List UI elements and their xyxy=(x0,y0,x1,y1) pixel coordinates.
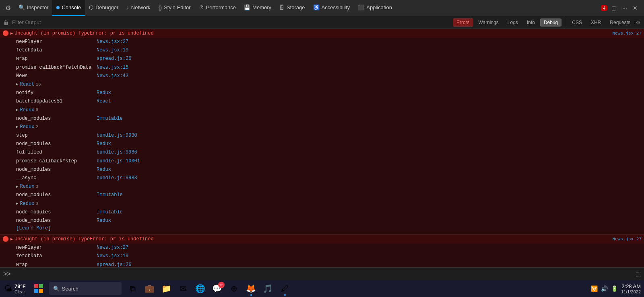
filter-requests-button[interactable]: Requests xyxy=(606,18,634,27)
stack-location[interactable]: bundle.js:9983 xyxy=(97,174,137,182)
stack-collapsed-17[interactable]: ▶Redux3 xyxy=(0,182,644,191)
task-view-icon[interactable]: ⧉ xyxy=(125,280,141,297)
stack-location[interactable]: News.jsx:27 xyxy=(97,244,128,252)
battery-tray-icon[interactable]: 🔋 xyxy=(611,285,618,292)
error-location[interactable]: News.jsx:27 xyxy=(612,31,642,36)
taskbar-search[interactable]: 🔍 Search xyxy=(49,282,122,295)
tab-accessibility[interactable]: ♿ Accessibility xyxy=(309,0,354,16)
stack-collapsed-10[interactable]: ▶Redux2 xyxy=(0,123,644,131)
responsive-design-icon[interactable]: ⬚ xyxy=(610,4,618,12)
taskbar-clock[interactable]: 2:28 AM 11/1/2022 xyxy=(621,283,641,294)
tab-inspector[interactable]: 🔍 Inspector xyxy=(14,0,52,16)
stack-row-21[interactable]: node_modulesRedux xyxy=(0,217,644,225)
stack-location[interactable]: Redux xyxy=(97,89,111,97)
stack-row-9[interactable]: node_modulesImmutable xyxy=(0,115,644,123)
error-count-badge[interactable]: 4 xyxy=(601,5,607,11)
devtools-options-icon[interactable]: ⚙ xyxy=(2,2,14,14)
stack-collapsed-19[interactable]: ▶Redux3 xyxy=(0,200,644,208)
stack-location[interactable]: News.jsx:15 xyxy=(97,64,128,72)
error-icon: 🔴 xyxy=(2,236,9,242)
spotify-icon[interactable]: 🎵 xyxy=(260,280,276,297)
close-devtools-icon[interactable]: ✕ xyxy=(631,4,639,12)
stack-row-15[interactable]: node_modulesRedux xyxy=(0,166,644,174)
filter-logs-button[interactable]: Logs xyxy=(504,18,522,27)
stack-location[interactable]: Immutable xyxy=(97,209,123,216)
tab-style-editor[interactable]: {} Style Editor xyxy=(154,0,194,16)
stack-row-4[interactable]: NewsNews.jsx:43 xyxy=(0,72,644,80)
error-icon: 🔴 xyxy=(2,30,9,37)
start-button[interactable] xyxy=(30,284,47,293)
stack-row-18[interactable]: node_modulesImmutable xyxy=(0,191,644,199)
taskbar-app-firefox: 🦊 xyxy=(243,280,259,297)
stack-location[interactable]: Redux xyxy=(97,140,111,148)
stack-location[interactable]: News.jsx:19 xyxy=(97,252,128,260)
console-input[interactable] xyxy=(13,271,636,277)
stack-row-14[interactable]: promise callback*stepbundle.js:10001 xyxy=(0,157,644,166)
tab-application[interactable]: ⬛ Application xyxy=(354,0,396,16)
taskbar-app-mail: ✉ xyxy=(175,280,192,297)
stack-location[interactable]: bundle.js:9930 xyxy=(97,132,137,139)
multiline-toggle-icon[interactable]: ⬚ xyxy=(636,271,641,277)
stack-location[interactable]: News.jsx:27 xyxy=(97,38,128,46)
filter-warnings-button[interactable]: Warnings xyxy=(475,18,502,27)
discord-icon[interactable]: 💬 12 xyxy=(209,280,225,297)
stack-location[interactable]: Redux xyxy=(97,166,111,174)
vscode-icon[interactable]: 🖊 xyxy=(277,280,293,297)
tab-debugger[interactable]: ⬡ Debugger xyxy=(85,0,122,16)
stack-row-1[interactable]: fetchDataNews.jsx:19 xyxy=(0,46,644,55)
error-header-1[interactable]: 🔴 ▶ Uncaught (in promise) TypeError: pr … xyxy=(0,235,644,244)
stack-collapsed-8[interactable]: ▶Redux6 xyxy=(0,106,644,115)
stack-row-6[interactable]: notifyRedux xyxy=(0,89,644,97)
file-explorer-icon[interactable]: 📁 xyxy=(159,280,175,297)
stack-row-0[interactable]: newPlayerNews.jsx:27 xyxy=(0,244,644,252)
stack-row-20[interactable]: node_modulesImmutable xyxy=(0,208,644,217)
stack-row-13[interactable]: fulfilledbundle.js:9986 xyxy=(0,148,644,157)
teams-icon[interactable]: 💼 xyxy=(142,280,158,297)
stack-row-3[interactable]: promise callback*fetchDataNews.jsx:15 xyxy=(0,63,644,72)
error-location[interactable]: News.jsx:27 xyxy=(612,237,642,242)
filter-errors-button[interactable]: Errors xyxy=(453,18,473,27)
tab-memory[interactable]: 💾 Memory xyxy=(240,0,275,16)
filter-info-button[interactable]: Info xyxy=(523,18,539,27)
stack-row-2[interactable]: wrapspread.js:26 xyxy=(0,55,644,63)
edge-icon[interactable]: 🌐 xyxy=(192,280,208,297)
filter-css-button[interactable]: CSS xyxy=(568,18,586,27)
stack-collapsed-5[interactable]: ▶React16 xyxy=(0,80,644,89)
stack-row-7[interactable]: batchedUpdates$1React xyxy=(0,97,644,106)
tab-network[interactable]: ↕ Network xyxy=(122,0,154,16)
stack-row-11[interactable]: stepbundle.js:9930 xyxy=(0,131,644,140)
stack-location[interactable]: React xyxy=(97,98,111,105)
application-icon: ⬛ xyxy=(358,4,364,10)
stack-location[interactable]: bundle.js:10001 xyxy=(97,158,140,165)
tab-console[interactable]: Console xyxy=(52,0,85,16)
tab-performance[interactable]: ⏱ Performance xyxy=(195,0,240,16)
stack-row-1[interactable]: fetchDataNews.jsx:19 xyxy=(0,252,644,260)
filter-input[interactable] xyxy=(12,19,450,25)
stack-location[interactable]: News.jsx:19 xyxy=(97,47,128,54)
firefox-icon[interactable]: 🦊 xyxy=(243,280,259,297)
filter-debug-button[interactable]: Debug xyxy=(540,18,561,27)
stack-location[interactable]: bundle.js:9986 xyxy=(97,149,137,156)
stack-row-16[interactable]: __asyncbundle.js:9983 xyxy=(0,174,644,182)
more-options-icon[interactable]: ··· xyxy=(621,4,629,12)
stack-row-12[interactable]: node_modulesRedux xyxy=(0,140,644,148)
stack-row-2[interactable]: wrapspread.js:26 xyxy=(0,261,644,268)
stack-location[interactable]: Redux xyxy=(97,217,111,225)
chrome-icon[interactable]: ⊕ xyxy=(226,280,242,297)
filter-settings-icon[interactable]: ⚙ xyxy=(636,19,641,26)
taskbar-app-discord: 💬 12 xyxy=(209,280,225,297)
tab-storage[interactable]: 🗄 Storage xyxy=(275,0,309,16)
error-header-0[interactable]: 🔴 ▶ Uncaught (in promise) TypeError: pr … xyxy=(0,29,644,38)
stack-location[interactable]: Immutable xyxy=(97,191,123,199)
learn-more-link[interactable]: [Learn More] xyxy=(0,225,644,233)
clear-console-icon[interactable]: 🗑 xyxy=(3,19,9,26)
stack-location[interactable]: Immutable xyxy=(97,115,123,123)
filter-xhr-button[interactable]: XHR xyxy=(587,18,605,27)
volume-tray-icon[interactable]: 🔊 xyxy=(601,285,608,292)
stack-location[interactable]: spread.js:26 xyxy=(97,55,131,63)
stack-location[interactable]: News.jsx:43 xyxy=(97,72,128,80)
stack-row-0[interactable]: newPlayerNews.jsx:27 xyxy=(0,38,644,46)
network-tray-icon[interactable]: 🛜 xyxy=(591,285,598,292)
mail-icon[interactable]: ✉ xyxy=(175,280,192,297)
stack-location[interactable]: spread.js:26 xyxy=(97,261,131,268)
